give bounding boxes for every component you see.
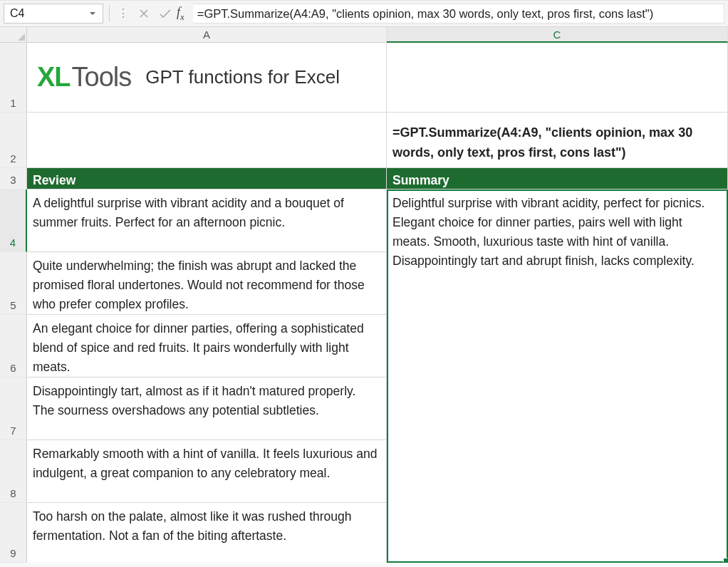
formula-text: =GPT.Summarize(A4:A9, "clients opinion, … xyxy=(197,7,653,21)
logo-xl: XL xyxy=(37,56,71,98)
fx-icon[interactable]: fx xyxy=(177,5,189,23)
cell-a1[interactable]: XLTools GPT functions for Excel xyxy=(27,43,387,113)
formula-bar: C4 ⋮ fx =GPT.Summarize(A4:A9, "clients o… xyxy=(0,0,728,27)
summary-text: Delightful surprise with vibrant acidity… xyxy=(392,196,704,268)
cell-c2[interactable]: =GPT.Summarize(A4:A9, "clients opinion, … xyxy=(387,113,728,168)
row-header-2[interactable]: 2 xyxy=(0,113,27,168)
row-header-7[interactable]: 7 xyxy=(0,378,27,440)
separator xyxy=(109,5,110,22)
more-icon[interactable]: ⋮ xyxy=(115,12,131,15)
row-header-9[interactable]: 9 xyxy=(0,503,27,563)
column-header-a[interactable]: A xyxy=(27,27,387,43)
cell-a4[interactable]: A delightful surprise with vibrant acidi… xyxy=(27,189,387,252)
select-all-corner[interactable] xyxy=(0,27,27,43)
cell-a9[interactable]: Too harsh on the palate, almost like it … xyxy=(27,503,387,563)
cell-a5[interactable]: Quite underwhelming; the finish was abru… xyxy=(27,252,387,315)
cell-c2-text: =GPT.Summarize(A4:A9, "clients opinion, … xyxy=(392,123,722,163)
xltools-logo: XLTools GPT functions for Excel xyxy=(33,47,380,108)
cell-c4[interactable]: Delightful surprise with vibrant acidity… xyxy=(387,189,728,563)
header-summary[interactable]: Summary xyxy=(387,168,728,189)
chevron-down-icon xyxy=(88,9,97,18)
row-header-1[interactable]: 1 xyxy=(0,43,27,113)
row-header-3[interactable]: 3 xyxy=(0,168,27,189)
cell-a8[interactable]: Remarkably smooth with a hint of vanilla… xyxy=(27,440,387,503)
logo-tools: Tools xyxy=(72,56,132,98)
enter-button[interactable] xyxy=(157,5,174,22)
row-header-4[interactable]: 4 xyxy=(0,189,27,252)
cancel-button[interactable] xyxy=(135,5,152,22)
row-header-8[interactable]: 8 xyxy=(0,440,27,503)
column-header-c[interactable]: C xyxy=(387,27,728,43)
cell-a6[interactable]: An elegant choice for dinner parties, of… xyxy=(27,315,387,378)
cell-a2[interactable] xyxy=(27,113,387,168)
spreadsheet-grid: A C 1 XLTools GPT functions for Excel 2 … xyxy=(0,27,728,563)
logo-subtitle: GPT functions for Excel xyxy=(145,63,340,91)
header-review[interactable]: Review xyxy=(27,168,387,189)
name-box[interactable]: C4 xyxy=(4,4,103,24)
row-header-5[interactable]: 5 xyxy=(0,252,27,315)
name-box-value: C4 xyxy=(10,7,88,20)
cell-c1[interactable] xyxy=(387,43,728,113)
cell-a7[interactable]: Disappointingly tart, almost as if it ha… xyxy=(27,378,387,440)
formula-input[interactable]: =GPT.Summarize(A4:A9, "clients opinion, … xyxy=(193,4,724,24)
row-header-6[interactable]: 6 xyxy=(0,315,27,378)
